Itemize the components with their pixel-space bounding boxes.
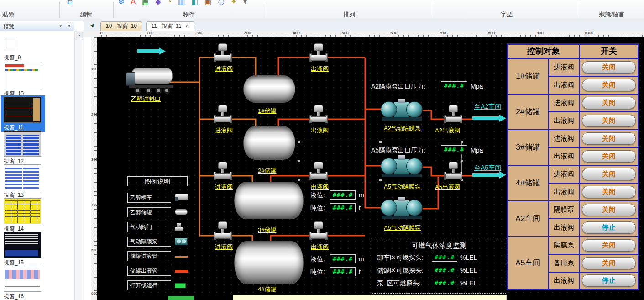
legend-title[interactable]: 图例说明 (127, 176, 188, 186)
valve-label[interactable]: 进液阀 (215, 126, 233, 135)
legend-label[interactable]: 打开或运行 (127, 280, 171, 290)
legend-label[interactable]: 气动阀门 (127, 222, 171, 232)
pneumatic-valve-icon[interactable] (309, 221, 328, 240)
shape-object-icon[interactable]: ◆ (155, 0, 161, 7)
switch-button[interactable]: 关闭 (582, 239, 636, 252)
pneumatic-valve-icon[interactable] (214, 221, 232, 240)
valve-label[interactable]: 出液阀 (311, 183, 329, 191)
pump-label[interactable]: A5气动隔膜泵 (384, 183, 421, 191)
pneumatic-valve-icon[interactable] (309, 104, 328, 123)
window-thumbnail[interactable] (4, 164, 41, 190)
valve-label[interactable]: 进液阀 (215, 243, 233, 251)
more-objects-icon[interactable]: ▾ (243, 0, 247, 7)
diaphragm-pump-icon[interactable] (382, 98, 422, 121)
legend-label[interactable]: 储罐出液管 (127, 266, 171, 276)
snowflake-object-icon[interactable]: ❆ (118, 0, 124, 7)
gas-monitor-panel[interactable]: 可燃气体浓度监测 卸车区可燃探头: ###.# %LEL 储罐区可燃探头: ##… (372, 239, 506, 294)
pump-label[interactable]: A2气动隔膜泵 (384, 124, 421, 132)
hmi-canvas[interactable]: + 乙醇进料口 A2隔膜泵出口压力: ###.# Mpa A5隔膜泵出口压力: … (97, 37, 644, 300)
tab-close-icon[interactable]: × (186, 23, 189, 29)
window-item-11[interactable]: 視窗_11 (0, 97, 73, 132)
scroll-up-icon[interactable]: ▲ (76, 32, 83, 38)
switch-button[interactable]: 关闭 (582, 115, 636, 127)
window-thumbnail[interactable] (4, 37, 16, 48)
font-color-icon[interactable]: A (131, 0, 136, 7)
pipe-segment[interactable] (422, 177, 438, 209)
valve-label[interactable]: A5出液阀 (435, 183, 460, 191)
legend-label[interactable]: 储罐进液管 (127, 251, 171, 261)
window-thumbnail[interactable] (4, 97, 41, 123)
valve-label[interactable]: A2出液阀 (435, 126, 460, 135)
panel-close-icon[interactable]: × (67, 22, 71, 29)
switch-button[interactable]: 关闭 (582, 79, 636, 91)
window-item-10[interactable]: 視窗_10 (0, 63, 73, 98)
flow-arrow-icon[interactable] (137, 47, 166, 55)
history-object-icon[interactable]: ▣ (204, 0, 211, 7)
transform-tool-icon[interactable]: ⧉ (67, 0, 72, 7)
storage-tank-icon[interactable] (243, 126, 295, 160)
switch-button[interactable]: 关闭 (582, 204, 636, 216)
tank-label[interactable]: 4#储罐 (258, 285, 276, 294)
tank-label[interactable]: 3#储罐 (258, 226, 276, 234)
tonnage-display[interactable]: ###.# (330, 267, 356, 276)
pressure-display[interactable]: ###.# (441, 81, 467, 90)
tab-window-11[interactable]: 11 - 視窗_11× (146, 21, 194, 31)
switch-button[interactable]: 关闭 (582, 186, 636, 198)
meter-object-icon[interactable]: ◔ (168, 0, 172, 7)
pressure-label[interactable]: A2隔膜泵出口压力: (371, 83, 425, 91)
window-thumbnail[interactable] (4, 198, 41, 224)
pressure-label[interactable]: A5隔膜泵出口压力: (371, 147, 425, 155)
clock-object-icon[interactable]: ◶ (218, 0, 225, 7)
gas-display[interactable]: ###.# (432, 253, 457, 262)
tank-label[interactable]: 2#储罐 (258, 167, 276, 175)
valve-label[interactable]: 出液阀 (311, 126, 329, 135)
bar-graph-object-icon[interactable]: ▥ (178, 0, 185, 7)
legend-label[interactable]: 乙醇储罐 (127, 207, 171, 217)
feed-port-label[interactable]: 乙醇进料口 (131, 95, 161, 103)
valve-label[interactable]: 进液阀 (215, 183, 233, 191)
pneumatic-valve-icon[interactable] (214, 42, 232, 62)
window-thumbnail[interactable] (4, 266, 41, 292)
switch-button[interactable]: 停止 (582, 274, 636, 287)
gas-display[interactable]: ###.# (432, 279, 457, 287)
window-thumbnail[interactable] (4, 232, 41, 258)
window-item-14[interactable]: 視窗_14 (0, 198, 73, 233)
storage-tank-icon[interactable] (243, 75, 295, 103)
data-object-icon[interactable]: ✦ (231, 0, 237, 7)
switch-button[interactable]: 关闭 (582, 132, 636, 145)
pneumatic-valve-icon[interactable] (214, 161, 232, 180)
window-thumbnail[interactable] (4, 131, 41, 157)
valve-label[interactable]: 出液阀 (311, 65, 329, 73)
switch-button[interactable]: 关闭 (582, 257, 636, 269)
legend-label[interactable]: 气动隔膜泵 (127, 237, 171, 247)
window-item-16[interactable]: 視窗_16 (0, 266, 73, 300)
pipe-segment[interactable] (422, 111, 445, 119)
tank-label[interactable]: 1#储罐 (258, 107, 276, 115)
diaphragm-pump-icon[interactable] (382, 196, 422, 219)
tab-nav-left-icon[interactable]: ◀ (90, 23, 94, 28)
window-item-15[interactable]: 視窗_15 (0, 232, 73, 267)
pump-label[interactable]: A5气动隔膜泵 (384, 224, 421, 232)
pneumatic-valve-icon[interactable] (309, 42, 328, 62)
switch-button[interactable]: 关闭 (582, 168, 636, 180)
picture-object-icon[interactable]: ▦ (142, 0, 149, 7)
pneumatic-valve-icon[interactable] (309, 161, 328, 180)
trend-object-icon[interactable]: ◧ (191, 0, 198, 7)
switch-button[interactable]: 关闭 (582, 61, 636, 74)
storage-tank-icon[interactable] (234, 182, 304, 219)
pneumatic-valve-icon[interactable] (444, 104, 462, 123)
level-display[interactable]: ###.# (330, 254, 356, 263)
valve-label[interactable]: 进液阀 (215, 65, 233, 73)
panel-scrollbar[interactable]: ▲ (74, 31, 84, 300)
storage-tank-icon[interactable] (234, 241, 304, 284)
legend-label[interactable]: 乙醇槽车 (127, 193, 171, 203)
tab-window-10[interactable]: 10 - 視窗_10 (100, 21, 142, 31)
flow-arrow-icon[interactable] (472, 171, 506, 179)
gas-display[interactable]: ###.# (432, 266, 457, 274)
valve-label[interactable]: 出液阀 (311, 243, 329, 251)
flow-arrow-icon[interactable] (472, 115, 506, 122)
diaphragm-pump-icon[interactable] (382, 154, 422, 177)
flow-destination-label[interactable]: 至A2车间 (474, 103, 501, 111)
pneumatic-valve-icon[interactable] (214, 104, 232, 123)
panel-dropdown-icon[interactable]: ▼ (59, 24, 63, 28)
